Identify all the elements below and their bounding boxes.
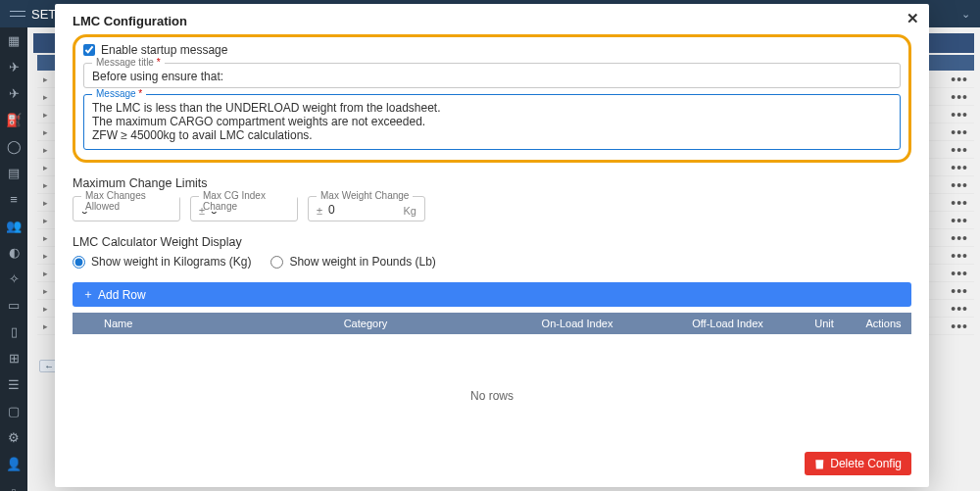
col-onload: On-Load Index xyxy=(492,318,662,329)
save-icon[interactable]: ▫ xyxy=(6,483,22,491)
message-title-field[interactable]: Message title * xyxy=(83,63,901,88)
chevron-down-icon[interactable]: ⌄ xyxy=(961,8,970,21)
gauge-icon[interactable]: ◐ xyxy=(6,245,22,260)
pin-icon[interactable]: ✧ xyxy=(6,271,22,286)
grid-icon[interactable]: ▦ xyxy=(6,33,22,48)
add-row-button[interactable]: ＋ Add Row xyxy=(73,282,911,307)
card-icon[interactable]: ▭ xyxy=(6,298,22,313)
col-category: Category xyxy=(239,318,492,329)
max-changes-field[interactable]: Max Changes Allowed xyxy=(73,196,180,221)
limits-row: Max Changes Allowed Max CG Index Change … xyxy=(73,196,911,221)
users-icon[interactable]: 👥 xyxy=(6,219,22,233)
trash-icon xyxy=(814,459,824,469)
col-name: Name xyxy=(73,318,239,329)
message-field[interactable]: Message * xyxy=(83,94,901,150)
globe-icon[interactable]: ◯ xyxy=(6,139,22,154)
limits-heading: Maximum Change Limits xyxy=(73,176,911,190)
close-icon[interactable]: ✕ xyxy=(906,10,919,27)
user-icon[interactable]: 👤 xyxy=(6,457,22,471)
plus-minus-icon: ± xyxy=(317,205,322,217)
calendar-icon[interactable]: ▤ xyxy=(6,166,22,180)
max-cg-field[interactable]: Max CG Index Change ± xyxy=(190,196,298,221)
enable-startup-input[interactable] xyxy=(83,44,95,56)
app-title: SET xyxy=(31,7,56,22)
table-header: Name Category On-Load Index Off-Load Ind… xyxy=(73,313,911,334)
radio-kg[interactable]: Show weight in Kilograms (Kg) xyxy=(73,255,251,269)
table-empty: No rows xyxy=(73,334,911,458)
config-table: Name Category On-Load Index Off-Load Ind… xyxy=(73,313,911,458)
plane-arr-icon[interactable]: ✈ xyxy=(6,86,22,101)
monitor-icon[interactable]: ▢ xyxy=(6,404,22,418)
max-weight-field[interactable]: Max Weight Change ± Kg xyxy=(308,196,425,221)
clipboard-icon[interactable]: ▯ xyxy=(6,324,22,339)
chart-icon[interactable]: ⊞ xyxy=(6,351,22,366)
col-offload: Off-Load Index xyxy=(662,318,793,329)
unit-label: Kg xyxy=(404,205,416,217)
stack-icon[interactable]: ☰ xyxy=(6,377,22,392)
plane-dep-icon[interactable]: ✈ xyxy=(6,60,22,74)
plus-icon: ＋ xyxy=(82,286,94,303)
display-heading: LMC Calculator Weight Display xyxy=(73,235,911,249)
gear-icon[interactable]: ⚙ xyxy=(6,430,22,445)
max-weight-input[interactable] xyxy=(317,203,416,217)
col-unit: Unit xyxy=(793,318,856,329)
delete-config-button[interactable]: Delete Config xyxy=(805,452,911,475)
lmc-config-modal: ✕ LMC Configuration Enable startup messa… xyxy=(55,4,929,487)
list-icon[interactable]: ≡ xyxy=(6,192,22,207)
startup-highlight: Enable startup message Message title * M… xyxy=(73,34,911,163)
modal-title: LMC Configuration xyxy=(73,14,911,28)
field-label: Message title * xyxy=(92,57,165,68)
logo-icon xyxy=(10,8,25,20)
enable-startup-checkbox[interactable]: Enable startup message xyxy=(83,43,901,57)
field-label: Message * xyxy=(92,88,146,99)
sidenav: ▦ ✈ ✈ ⛽ ◯ ▤ ≡ 👥 ◐ ✧ ▭ ▯ ⊞ ☰ ▢ ⚙ 👤 ▫ xyxy=(0,27,27,491)
fuel-icon[interactable]: ⛽ xyxy=(6,113,22,127)
radio-lb[interactable]: Show weight in Pounds (Lb) xyxy=(270,255,435,269)
message-title-input[interactable] xyxy=(92,70,892,83)
weight-display-radios: Show weight in Kilograms (Kg) Show weigh… xyxy=(73,255,911,269)
plus-minus-icon: ± xyxy=(199,205,205,217)
col-actions: Actions xyxy=(856,318,911,329)
message-textarea[interactable] xyxy=(92,101,892,142)
